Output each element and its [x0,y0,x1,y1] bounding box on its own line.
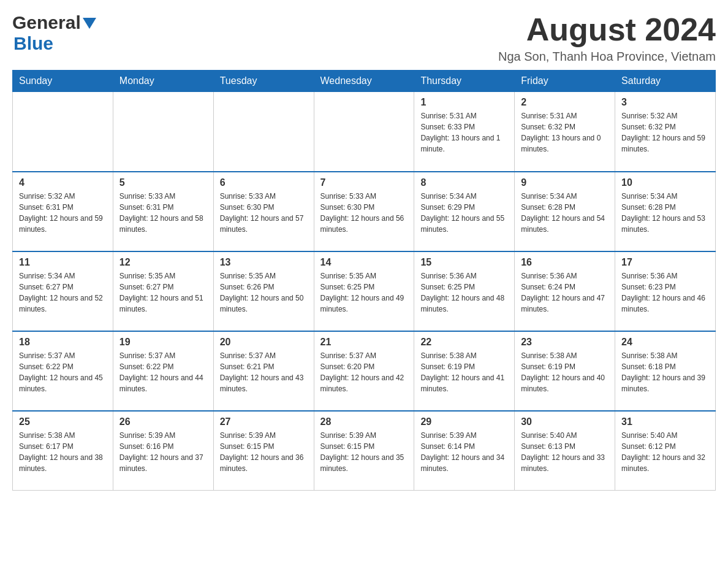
calendar-day-cell: 13Sunrise: 5:35 AM Sunset: 6:26 PM Dayli… [213,251,314,331]
day-info: Sunrise: 5:32 AM Sunset: 6:31 PM Dayligh… [19,191,107,235]
day-info: Sunrise: 5:35 AM Sunset: 6:25 PM Dayligh… [320,270,408,315]
day-info: Sunrise: 5:36 AM Sunset: 6:24 PM Dayligh… [521,270,609,315]
calendar-day-cell: 14Sunrise: 5:35 AM Sunset: 6:25 PM Dayli… [314,251,414,331]
day-info: Sunrise: 5:39 AM Sunset: 6:16 PM Dayligh… [119,430,207,474]
day-info: Sunrise: 5:34 AM Sunset: 6:29 PM Dayligh… [420,191,508,235]
day-info: Sunrise: 5:38 AM Sunset: 6:19 PM Dayligh… [521,350,609,394]
day-info: Sunrise: 5:37 AM Sunset: 6:20 PM Dayligh… [320,350,408,394]
day-info: Sunrise: 5:39 AM Sunset: 6:15 PM Dayligh… [220,430,308,474]
calendar-day-cell: 22Sunrise: 5:38 AM Sunset: 6:19 PM Dayli… [414,331,515,411]
day-info: Sunrise: 5:36 AM Sunset: 6:23 PM Dayligh… [621,270,709,315]
day-number: 25 [19,416,107,427]
day-number: 2 [521,97,609,108]
calendar-day-cell: 19Sunrise: 5:37 AM Sunset: 6:22 PM Dayli… [113,331,213,411]
calendar-day-cell [13,92,113,172]
calendar-week-row: 4Sunrise: 5:32 AM Sunset: 6:31 PM Daylig… [13,172,716,251]
day-info: Sunrise: 5:33 AM Sunset: 6:30 PM Dayligh… [320,191,408,235]
calendar-day-cell: 20Sunrise: 5:37 AM Sunset: 6:21 PM Dayli… [213,331,314,411]
day-info: Sunrise: 5:33 AM Sunset: 6:31 PM Dayligh… [119,191,207,235]
day-number: 28 [320,416,408,427]
logo-general-text: General [12,12,81,33]
day-number: 7 [320,177,408,188]
calendar-header-wednesday: Wednesday [314,71,414,92]
day-number: 22 [420,337,508,348]
calendar-day-cell [113,92,213,172]
calendar-day-cell: 25Sunrise: 5:38 AM Sunset: 6:17 PM Dayli… [13,411,113,491]
day-info: Sunrise: 5:32 AM Sunset: 6:32 PM Dayligh… [621,110,709,155]
day-number: 21 [320,337,408,348]
day-number: 17 [621,257,709,268]
calendar-table: SundayMondayTuesdayWednesdayThursdayFrid… [12,70,716,491]
day-number: 29 [420,416,508,427]
day-info: Sunrise: 5:37 AM Sunset: 6:22 PM Dayligh… [119,350,207,394]
day-number: 16 [521,257,609,268]
day-number: 6 [220,177,308,188]
day-number: 31 [621,416,709,427]
day-info: Sunrise: 5:38 AM Sunset: 6:18 PM Dayligh… [621,350,709,394]
calendar-day-cell: 1Sunrise: 5:31 AM Sunset: 6:33 PM Daylig… [414,92,515,172]
calendar-week-row: 1Sunrise: 5:31 AM Sunset: 6:33 PM Daylig… [13,92,716,172]
day-number: 1 [420,97,508,108]
calendar-header-tuesday: Tuesday [213,71,314,92]
calendar-day-cell: 15Sunrise: 5:36 AM Sunset: 6:25 PM Dayli… [414,251,515,331]
calendar-day-cell: 3Sunrise: 5:32 AM Sunset: 6:32 PM Daylig… [615,92,716,172]
calendar-day-cell: 4Sunrise: 5:32 AM Sunset: 6:31 PM Daylig… [13,172,113,251]
calendar-week-row: 18Sunrise: 5:37 AM Sunset: 6:22 PM Dayli… [13,331,716,411]
day-number: 30 [521,416,609,427]
calendar-header-thursday: Thursday [414,71,515,92]
calendar-day-cell: 8Sunrise: 5:34 AM Sunset: 6:29 PM Daylig… [414,172,515,251]
calendar-day-cell [314,92,414,172]
day-info: Sunrise: 5:38 AM Sunset: 6:19 PM Dayligh… [420,350,508,394]
day-number: 23 [521,337,609,348]
calendar-day-cell: 10Sunrise: 5:34 AM Sunset: 6:28 PM Dayli… [615,172,716,251]
day-number: 9 [521,177,609,188]
calendar-header-saturday: Saturday [615,71,716,92]
logo: General Blue [12,12,96,54]
month-title: August 2024 [498,12,716,47]
calendar-day-cell: 6Sunrise: 5:33 AM Sunset: 6:30 PM Daylig… [213,172,314,251]
title-section: August 2024 Nga Son, Thanh Hoa Province,… [498,12,716,64]
logo-arrow-icon [83,18,96,29]
day-number: 26 [119,416,207,427]
day-info: Sunrise: 5:36 AM Sunset: 6:25 PM Dayligh… [420,270,508,315]
day-number: 5 [119,177,207,188]
day-info: Sunrise: 5:40 AM Sunset: 6:12 PM Dayligh… [621,430,709,474]
day-info: Sunrise: 5:31 AM Sunset: 6:32 PM Dayligh… [521,110,609,155]
calendar-header-sunday: Sunday [13,71,113,92]
day-info: Sunrise: 5:40 AM Sunset: 6:13 PM Dayligh… [521,430,609,474]
calendar-day-cell: 16Sunrise: 5:36 AM Sunset: 6:24 PM Dayli… [515,251,615,331]
svg-marker-0 [83,18,96,29]
day-number: 24 [621,337,709,348]
day-number: 8 [420,177,508,188]
day-number: 15 [420,257,508,268]
day-info: Sunrise: 5:39 AM Sunset: 6:15 PM Dayligh… [320,430,408,474]
calendar-day-cell: 21Sunrise: 5:37 AM Sunset: 6:20 PM Dayli… [314,331,414,411]
calendar-day-cell: 18Sunrise: 5:37 AM Sunset: 6:22 PM Dayli… [13,331,113,411]
calendar-header-monday: Monday [113,71,213,92]
day-info: Sunrise: 5:35 AM Sunset: 6:27 PM Dayligh… [119,270,207,315]
day-info: Sunrise: 5:34 AM Sunset: 6:27 PM Dayligh… [19,270,107,315]
calendar-day-cell: 11Sunrise: 5:34 AM Sunset: 6:27 PM Dayli… [13,251,113,331]
calendar-day-cell: 2Sunrise: 5:31 AM Sunset: 6:32 PM Daylig… [515,92,615,172]
calendar-day-cell: 28Sunrise: 5:39 AM Sunset: 6:15 PM Dayli… [314,411,414,491]
day-info: Sunrise: 5:37 AM Sunset: 6:22 PM Dayligh… [19,350,107,394]
day-number: 11 [19,257,107,268]
day-info: Sunrise: 5:33 AM Sunset: 6:30 PM Dayligh… [220,191,308,235]
calendar-day-cell: 31Sunrise: 5:40 AM Sunset: 6:12 PM Dayli… [615,411,716,491]
calendar-day-cell: 26Sunrise: 5:39 AM Sunset: 6:16 PM Dayli… [113,411,213,491]
calendar-day-cell: 7Sunrise: 5:33 AM Sunset: 6:30 PM Daylig… [314,172,414,251]
day-info: Sunrise: 5:31 AM Sunset: 6:33 PM Dayligh… [420,110,508,155]
calendar-day-cell: 27Sunrise: 5:39 AM Sunset: 6:15 PM Dayli… [213,411,314,491]
calendar-day-cell: 17Sunrise: 5:36 AM Sunset: 6:23 PM Dayli… [615,251,716,331]
day-number: 18 [19,337,107,348]
calendar-header-row: SundayMondayTuesdayWednesdayThursdayFrid… [13,71,716,92]
calendar-day-cell: 24Sunrise: 5:38 AM Sunset: 6:18 PM Dayli… [615,331,716,411]
calendar-week-row: 11Sunrise: 5:34 AM Sunset: 6:27 PM Dayli… [13,251,716,331]
day-info: Sunrise: 5:34 AM Sunset: 6:28 PM Dayligh… [521,191,609,235]
calendar-day-cell: 12Sunrise: 5:35 AM Sunset: 6:27 PM Dayli… [113,251,213,331]
calendar-day-cell: 5Sunrise: 5:33 AM Sunset: 6:31 PM Daylig… [113,172,213,251]
day-info: Sunrise: 5:35 AM Sunset: 6:26 PM Dayligh… [220,270,308,315]
day-info: Sunrise: 5:34 AM Sunset: 6:28 PM Dayligh… [621,191,709,235]
calendar-header-friday: Friday [515,71,615,92]
day-info: Sunrise: 5:37 AM Sunset: 6:21 PM Dayligh… [220,350,308,394]
